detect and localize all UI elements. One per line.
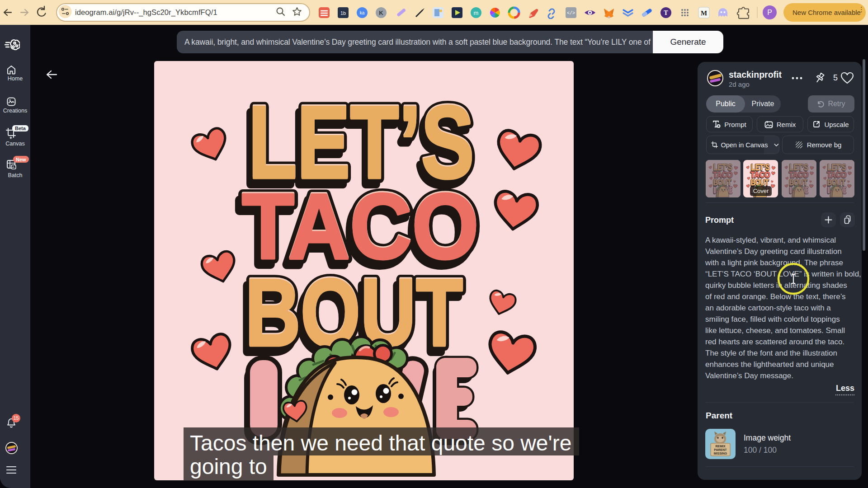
svg-text:M: M: [701, 9, 707, 17]
svg-text:REMIX: REMIX: [715, 445, 726, 448]
svg-text:m: m: [474, 9, 479, 16]
svg-text:K: K: [379, 9, 383, 16]
svg-text:T: T: [664, 9, 668, 16]
svg-text:ka: ka: [360, 10, 365, 15]
svg-text:</>: </>: [567, 11, 575, 16]
svg-text:PARENT: PARENT: [714, 448, 727, 451]
svg-text:MISSING: MISSING: [714, 452, 727, 455]
svg-text:1b: 1b: [340, 10, 346, 16]
